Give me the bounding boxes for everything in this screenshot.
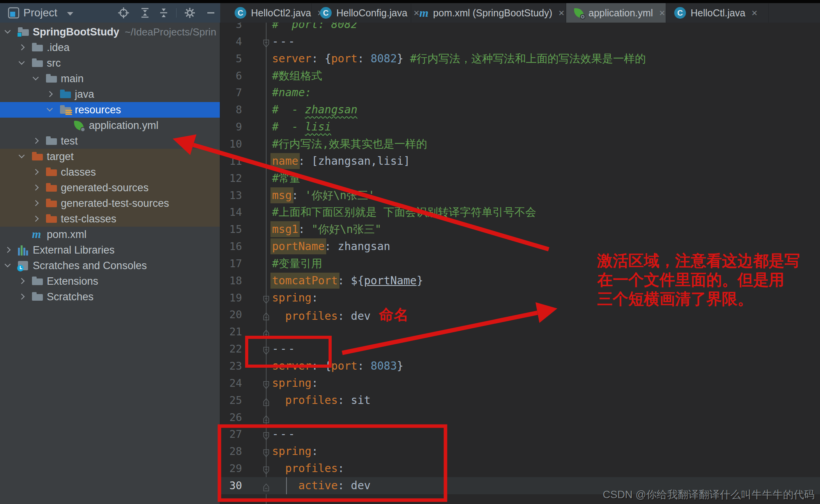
tab-close-icon[interactable]: × <box>751 7 757 19</box>
chevron-expanded-icon[interactable] <box>5 261 11 268</box>
chevron-collapsed-icon[interactable] <box>19 278 25 284</box>
fold-marker-up-icon[interactable] <box>263 481 269 494</box>
gutter-line-number[interactable]: 4 <box>220 33 242 50</box>
tab-helloctl2-java[interactable]: CHelloCtl2.java× <box>227 3 312 23</box>
gutter-line-number[interactable]: 28 <box>220 443 242 460</box>
gutter-line-number[interactable]: 25 <box>220 392 242 409</box>
code-line-29[interactable]: profiles: <box>272 460 344 477</box>
tree-item-scratches-and-consoles[interactable]: Scratches and Consoles <box>0 258 220 273</box>
tree-item-generated-sources[interactable]: generated-sources <box>0 180 220 196</box>
tab-pom-xml-springbootstudy[interactable]: mpom.xml (SpringBootStudy)× <box>412 3 566 23</box>
tab-close-icon[interactable]: × <box>659 7 665 19</box>
gutter-line-number[interactable]: 29 <box>220 460 242 477</box>
code-line-14[interactable]: #上面和下面区别就是 下面会识别转译字符单引号不会 <box>272 204 536 221</box>
tree-item-target[interactable]: target <box>0 149 220 164</box>
tool-window-icon[interactable] <box>8 7 19 19</box>
code-line-9[interactable]: # - lisi <box>272 118 331 136</box>
code-line-16[interactable]: portName: zhangsan <box>272 238 390 255</box>
code-line-6[interactable]: #数组格式 <box>272 67 322 85</box>
tree-item-src[interactable]: src <box>0 55 220 71</box>
gutter-line-number[interactable]: 7 <box>220 84 242 101</box>
code-line-19[interactable]: spring: <box>272 289 318 307</box>
fold-marker-up-icon[interactable] <box>263 328 269 340</box>
tree-item-test[interactable]: test <box>0 133 220 149</box>
fold-marker-down-icon[interactable] <box>263 447 269 460</box>
gutter-line-number[interactable]: 24 <box>220 375 242 392</box>
chevron-expanded-icon[interactable] <box>33 74 39 81</box>
tab-helloconfig-java[interactable]: CHelloConfig.java× <box>312 3 411 23</box>
gutter-line-number[interactable]: 26 <box>220 409 242 426</box>
fold-marker-down-icon[interactable] <box>263 345 269 358</box>
tree-item-classes[interactable]: classes <box>0 164 220 180</box>
fold-marker-down-icon[interactable] <box>263 294 269 307</box>
code-line-10[interactable]: #行内写法,效果其实也是一样的 <box>272 136 427 153</box>
fold-marker-up-icon[interactable] <box>263 310 269 323</box>
gutter-line-number[interactable]: 13 <box>220 187 242 204</box>
tree-item-springbootstudy[interactable]: SpringBootStudy~/IdeaProjects/Sprin <box>0 24 220 40</box>
code-line-4[interactable]: --- <box>272 33 297 50</box>
tree-item-scratches[interactable]: Scratches <box>0 289 220 305</box>
chevron-expanded-icon[interactable] <box>19 152 25 159</box>
tree-item-application-yml[interactable]: application.yml <box>0 118 220 133</box>
gutter-line-number[interactable]: 27 <box>220 426 242 443</box>
code-line-15[interactable]: msg1: "你好\n张三" <box>272 221 382 238</box>
gutter-line-number[interactable]: 12 <box>220 170 242 187</box>
tree-item-pom-xml[interactable]: mpom.xml <box>0 227 220 242</box>
chevron-collapsed-icon[interactable] <box>33 138 39 144</box>
chevron-collapsed-icon[interactable] <box>19 294 25 300</box>
code-line-18[interactable]: tomcatPort: ${portName} <box>272 272 423 289</box>
code-line-12[interactable]: #常量 <box>272 170 300 187</box>
fold-marker-down-icon[interactable] <box>263 430 269 443</box>
code-line-24[interactable]: spring: <box>272 375 318 392</box>
code-line-20[interactable]: profiles: dev 命名 <box>272 306 408 323</box>
hide-panel-icon[interactable] <box>205 7 217 19</box>
code-line-23[interactable]: server: {port: 8083} <box>272 358 403 375</box>
tree-item-external-libraries[interactable]: External Libraries <box>0 242 220 258</box>
collapse-all-icon[interactable] <box>158 7 170 19</box>
gutter-line-number[interactable]: 14 <box>220 204 242 221</box>
code-line-22[interactable]: --- <box>272 340 297 358</box>
tree-item-test-classes[interactable]: test-classes <box>0 211 220 227</box>
chevron-collapsed-icon[interactable] <box>5 247 11 253</box>
fold-marker-up-icon[interactable] <box>263 396 269 409</box>
gutter-line-number[interactable]: 21 <box>220 323 242 340</box>
gutter-line-number[interactable]: 22 <box>220 340 242 358</box>
tree-item-main[interactable]: main <box>0 71 220 86</box>
tree-item-generated-test-sources[interactable]: generated-test-sources <box>0 196 220 211</box>
project-selector[interactable]: Project <box>23 3 57 23</box>
code-line-5[interactable]: server: {port: 8082} #行内写法，这种写法和上面的写法效果是… <box>272 50 646 67</box>
settings-gear-icon[interactable] <box>184 7 196 19</box>
gutter-line-number[interactable]: 16 <box>220 238 242 255</box>
chevron-expanded-icon[interactable] <box>19 59 25 65</box>
gutter-line-number[interactable]: 15 <box>220 221 242 238</box>
tree-item-extensions[interactable]: Extensions <box>0 273 220 289</box>
code-line-8[interactable]: # - zhangsan <box>272 101 357 118</box>
chevron-collapsed-icon[interactable] <box>33 185 39 191</box>
chevron-collapsed-icon[interactable] <box>33 169 39 175</box>
fold-marker-up-icon[interactable] <box>263 413 269 426</box>
chevron-collapsed-icon[interactable] <box>33 200 39 206</box>
gutter-line-number[interactable]: 9 <box>220 118 242 136</box>
gutter-line-number[interactable]: 23 <box>220 358 242 375</box>
tree-item-idea[interactable]: .idea <box>0 40 220 55</box>
chevron-collapsed-icon[interactable] <box>33 216 39 222</box>
gutter-line-number[interactable]: 19 <box>220 289 242 307</box>
chevron-expanded-icon[interactable] <box>5 28 11 34</box>
code-line-28[interactable]: spring: <box>272 443 318 460</box>
tree-item-resources[interactable]: resources <box>0 102 220 118</box>
code-line-11[interactable]: name: [zhangsan,lisi] <box>272 153 410 170</box>
code-line-27[interactable]: --- <box>272 426 297 443</box>
gutter-line-number[interactable]: 6 <box>220 67 242 85</box>
project-tree-panel[interactable]: SpringBootStudy~/IdeaProjects/Sprin.idea… <box>0 23 220 504</box>
fold-marker-down-icon[interactable] <box>263 379 269 392</box>
gutter-line-number[interactable]: 8 <box>220 101 242 118</box>
chevron-collapsed-icon[interactable] <box>19 44 25 51</box>
code-line-17[interactable]: #变量引用 <box>272 255 322 272</box>
gutter-line-number[interactable]: 3 <box>220 23 242 33</box>
fold-marker-down-icon[interactable] <box>263 464 269 477</box>
tree-item-java[interactable]: java <box>0 86 220 102</box>
locate-icon[interactable] <box>118 7 129 19</box>
gutter-line-number[interactable]: 18 <box>220 272 242 289</box>
tab-close-icon[interactable]: × <box>558 7 564 19</box>
code-line-25[interactable]: profiles: sit <box>272 392 371 409</box>
